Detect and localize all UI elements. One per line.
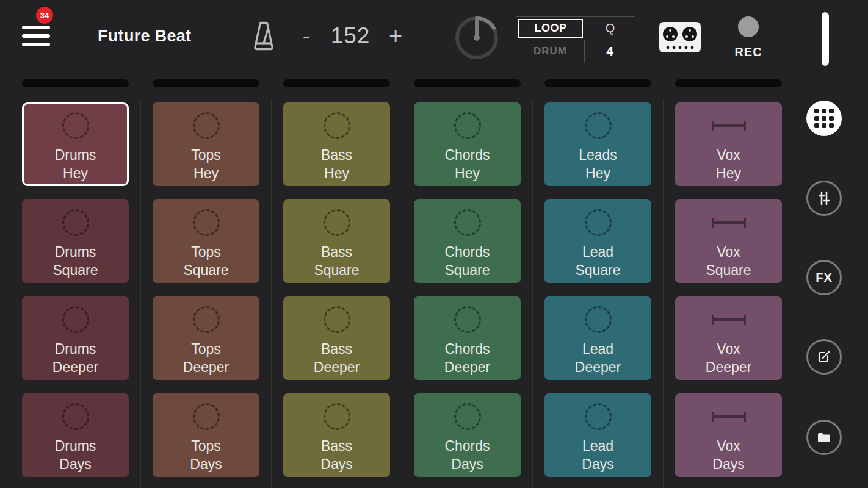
pad-label: VoxDeeper — [706, 340, 751, 376]
pad-drums-square[interactable]: DrumsSquare — [22, 199, 129, 283]
loop-icon — [193, 112, 220, 139]
pad-label-line1: Chords — [444, 437, 490, 455]
pad-label-line2: Days — [190, 455, 222, 473]
column-progress-bar — [414, 79, 521, 87]
folder-icon — [816, 429, 833, 446]
sync-dial-icon[interactable] — [451, 12, 502, 63]
bpm-decrease-button[interactable]: - — [294, 24, 319, 48]
pad-vox-square[interactable]: VoxSquare — [675, 199, 782, 283]
rec-label: REC — [731, 45, 765, 59]
one-shot-icon — [712, 121, 746, 131]
column-progress-bar — [283, 79, 390, 87]
pad-label: DrumsHey — [55, 146, 96, 182]
loop-icon — [585, 306, 612, 333]
pad-label: TopsSquare — [183, 243, 228, 279]
quantize-value[interactable]: 4 — [585, 40, 635, 63]
pad-label: TopsDays — [190, 437, 222, 473]
pad-label-line1: Tops — [190, 437, 222, 455]
pad-label: ChordsDays — [444, 437, 490, 473]
pad-label-line1: Vox — [712, 437, 744, 455]
pad-label-line2: Square — [444, 261, 490, 279]
column-progress-bar — [153, 79, 259, 87]
pad-chords-deeper[interactable]: ChordsDeeper — [414, 296, 521, 380]
pad-label: DrumsDeeper — [52, 340, 98, 376]
pad-vox-hey[interactable]: VoxHey — [675, 102, 782, 186]
rec-circle[interactable] — [738, 16, 759, 37]
pad-label-line2: Square — [52, 261, 98, 279]
menu-icon[interactable] — [22, 26, 50, 51]
pad-drums-hey[interactable]: DrumsHey — [22, 102, 129, 186]
pad-drums-deeper[interactable]: DrumsDeeper — [22, 296, 129, 380]
pad-label-line2: Deeper — [314, 358, 360, 376]
track-column-vox: VoxHey VoxSquare VoxDeeper VoxDays — [675, 79, 782, 488]
pad-label: LeadDays — [582, 437, 613, 473]
pad-vox-deeper[interactable]: VoxDeeper — [675, 296, 782, 380]
pad-lead-square[interactable]: LeadSquare — [544, 199, 651, 283]
loop-icon — [62, 112, 89, 139]
metronome-icon[interactable] — [250, 21, 277, 51]
pad-bass-square[interactable]: BassSquare — [283, 199, 390, 283]
pad-label-line1: Tops — [191, 146, 221, 164]
loop-icon — [193, 209, 220, 236]
pad-label-line1: Bass — [314, 340, 360, 358]
pad-label: TopsHey — [191, 146, 221, 182]
pad-label-line1: Vox — [716, 146, 741, 164]
bpm-increase-button[interactable]: + — [383, 24, 408, 48]
loop-quantize-group: LOOP DRUM Q 4 — [516, 16, 635, 63]
pad-label-line1: Tops — [183, 243, 228, 261]
pad-label: LeadSquare — [575, 243, 620, 279]
pad-bass-days[interactable]: BassDays — [283, 393, 390, 477]
project-title[interactable]: Future Beat — [98, 27, 191, 46]
drum-mode-button[interactable]: DRUM — [516, 40, 585, 63]
pad-leads-hey[interactable]: LeadsHey — [544, 102, 651, 186]
one-shot-icon — [712, 218, 746, 228]
pad-label-line1: Drums — [52, 340, 98, 358]
sidebar-item-edit[interactable] — [806, 339, 842, 375]
pad-tops-deeper[interactable]: TopsDeeper — [153, 296, 259, 380]
bpm-value[interactable]: 152 — [320, 24, 381, 47]
pad-label: VoxDays — [712, 437, 744, 473]
pad-label-line2: Hey — [579, 164, 617, 182]
pad-chords-days[interactable]: ChordsDays — [414, 393, 521, 477]
pad-vox-days[interactable]: VoxDays — [675, 393, 782, 477]
pad-label-line2: Deeper — [706, 358, 751, 376]
loop-icon — [454, 403, 481, 430]
sidebar-item-pads[interactable] — [806, 101, 842, 136]
loop-icon — [62, 209, 89, 236]
sidebar-item-mixer[interactable] — [806, 181, 842, 216]
loop-icon — [193, 403, 220, 430]
pad-tops-square[interactable]: TopsSquare — [153, 199, 259, 283]
pad-label-line2: Days — [444, 455, 490, 473]
loop-icon — [585, 112, 612, 139]
pad-label-line2: Days — [320, 455, 352, 473]
pad-label-line1: Chords — [444, 340, 490, 358]
column-progress-bar — [22, 79, 129, 87]
pad-label-line1: Tops — [183, 340, 229, 358]
track-column-leads: LeadsHey LeadSquare LeadDeeper LeadDays — [544, 79, 651, 488]
loop-icon — [324, 403, 350, 430]
pad-label-line1: Drums — [55, 146, 96, 164]
sidebar-item-fx[interactable]: FX — [806, 260, 842, 295]
pad-bass-hey[interactable]: BassHey — [283, 102, 390, 186]
pad-bass-deeper[interactable]: BassDeeper — [283, 296, 390, 380]
pad-label-line2: Deeper — [52, 358, 98, 376]
sidebar-item-browse[interactable] — [806, 420, 842, 455]
pad-chords-hey[interactable]: ChordsHey — [414, 102, 521, 186]
pad-label-line1: Bass — [314, 243, 359, 261]
pad-label-line2: Square — [575, 261, 620, 279]
edit-icon — [816, 348, 833, 365]
pad-lead-deeper[interactable]: LeadDeeper — [544, 296, 651, 380]
pad-tops-hey[interactable]: TopsHey — [153, 102, 259, 186]
quantize-label[interactable]: Q — [585, 17, 635, 40]
pad-lead-days[interactable]: LeadDays — [544, 393, 651, 477]
pad-drums-days[interactable]: DrumsDays — [22, 393, 129, 477]
recorder-icon[interactable] — [658, 20, 702, 55]
pad-label-line2: Days — [712, 455, 744, 473]
pad-chords-square[interactable]: ChordsSquare — [414, 199, 521, 283]
pad-tops-days[interactable]: TopsDays — [153, 393, 259, 477]
master-level-bar — [822, 12, 829, 66]
pad-label: LeadsHey — [579, 146, 617, 182]
loop-mode-button[interactable]: LOOP — [518, 19, 583, 38]
column-progress-bar — [544, 79, 651, 87]
sliders-icon — [816, 190, 833, 207]
